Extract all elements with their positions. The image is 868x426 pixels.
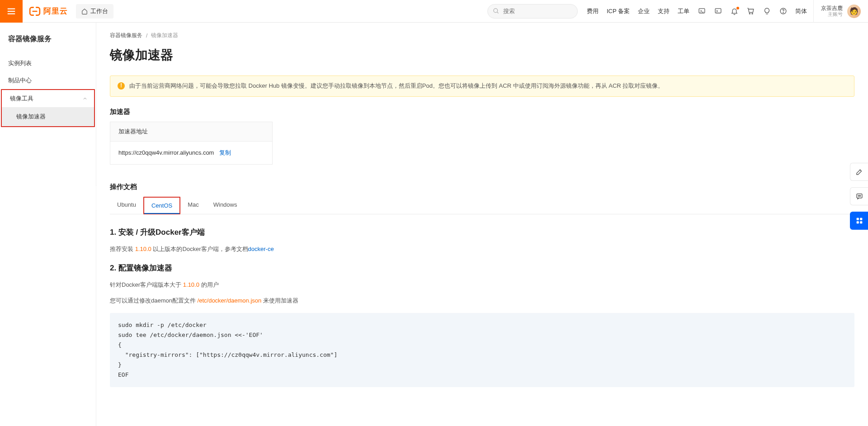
brand-text: 阿里云 xyxy=(43,6,68,16)
global-search xyxy=(487,4,578,19)
accelerator-address-box: 加速器地址 https://cz0qqw4v.mirror.aliyuncs.c… xyxy=(110,122,273,165)
section-docs: 操作文档 xyxy=(110,183,854,191)
page-title: 镜像加速器 xyxy=(110,47,854,64)
svg-point-4 xyxy=(494,8,498,12)
hamburger-icon xyxy=(6,6,16,16)
sidebar-item-products[interactable]: 制品中心 xyxy=(0,72,96,89)
apps-icon xyxy=(855,217,863,225)
menu-toggle-button[interactable] xyxy=(0,0,23,23)
accelerator-address-label: 加速器地址 xyxy=(110,122,272,142)
sidebar-group-tools[interactable]: 镜像工具 xyxy=(2,90,94,107)
pencil-icon xyxy=(855,168,863,176)
doc-para-config1: 针对Docker客户端版本大于 1.10.0 的用户 xyxy=(110,279,854,291)
tab-centos[interactable]: CentOS xyxy=(143,197,180,214)
search-input[interactable] xyxy=(487,4,578,19)
doc-heading-install: 1. 安装 / 升级Docker客户端 xyxy=(110,227,854,237)
topbar: 阿里云 工作台 费用 ICP 备案 企业 支持 工单 简体 xyxy=(0,0,868,23)
svg-point-9 xyxy=(751,13,752,14)
breadcrumb-sep: / xyxy=(146,33,147,39)
aliyun-bracket-icon xyxy=(29,5,41,17)
svg-rect-6 xyxy=(699,9,705,13)
account-name: 京茶吉鹿 xyxy=(821,5,843,11)
doc-para-install: 推荐安装 1.10.0 以上版本的Docker客户端，参考文档docker-ce xyxy=(110,244,854,255)
home-icon xyxy=(81,8,88,14)
os-tabs: Ubuntu CentOS Mac Windows xyxy=(110,197,854,214)
notifications-icon-button[interactable] xyxy=(730,7,738,15)
sidebar-title: 容器镜像服务 xyxy=(0,23,96,55)
svg-rect-17 xyxy=(860,218,862,220)
doc-version-1: 1.10.0 xyxy=(135,246,151,252)
doc-version-2: 1.10.0 xyxy=(183,281,199,288)
floating-tools xyxy=(850,163,868,230)
svg-point-11 xyxy=(783,12,783,13)
svg-point-14 xyxy=(859,196,860,197)
svg-rect-7 xyxy=(715,9,721,13)
link-icp[interactable]: ICP 备案 xyxy=(607,7,630,15)
section-accelerator: 加速器 xyxy=(110,108,854,116)
sidebar-item-instances[interactable]: 实例列表 xyxy=(0,55,96,72)
link-support[interactable]: 支持 xyxy=(658,7,670,15)
account-names: 京茶吉鹿 主账号 xyxy=(821,5,843,18)
link-fee[interactable]: 费用 xyxy=(587,7,599,15)
chat-tool-button[interactable] xyxy=(850,187,868,205)
lightbulb-icon xyxy=(763,7,771,15)
cloudshell-icon-button[interactable] xyxy=(698,7,706,15)
search-icon xyxy=(493,8,500,14)
top-links: 费用 ICP 备案 企业 支持 工单 简体 xyxy=(587,7,813,15)
workbench-label: 工作台 xyxy=(90,7,108,15)
doc-para-config2: 您可以通过修改daemon配置文件 /etc/docker/daemon.jso… xyxy=(110,295,854,307)
cart-icon-button[interactable] xyxy=(746,7,755,15)
breadcrumb-current: 镜像加速器 xyxy=(151,32,178,39)
svg-line-5 xyxy=(497,12,498,13)
svg-point-13 xyxy=(858,196,859,197)
link-docker-ce[interactable]: docker-ce xyxy=(248,246,274,252)
svg-rect-19 xyxy=(860,222,862,224)
svg-rect-18 xyxy=(857,222,859,224)
edit-tool-button[interactable] xyxy=(850,163,868,181)
tab-mac[interactable]: Mac xyxy=(180,197,206,214)
chevron-up-icon xyxy=(82,96,88,101)
terminal-icon xyxy=(714,7,722,15)
help-icon-button[interactable] xyxy=(779,7,787,15)
bell-icon xyxy=(731,7,738,15)
tab-ubuntu[interactable]: Ubuntu xyxy=(110,197,143,214)
main-content: 容器镜像服务 / 镜像加速器 镜像加速器 ! 由于当前运营商网络问题，可能会导致… xyxy=(96,23,868,426)
apps-tool-button[interactable] xyxy=(850,212,868,230)
chat-icon xyxy=(855,192,863,200)
help-icon xyxy=(779,7,787,15)
doc-heading-config: 2. 配置镜像加速器 xyxy=(110,263,854,273)
svg-point-8 xyxy=(749,13,750,14)
sidebar: 容器镜像服务 实例列表 制品中心 镜像工具 镜像加速器 xyxy=(0,23,96,426)
link-language[interactable]: 简体 xyxy=(795,7,807,15)
doc-daemon-path: /etc/docker/daemon.json xyxy=(198,297,262,304)
link-enterprise[interactable]: 企业 xyxy=(638,7,650,15)
svg-rect-16 xyxy=(857,218,859,220)
highlight-box-sidebar: 镜像工具 镜像加速器 xyxy=(1,89,95,127)
avatar: 🧑 xyxy=(847,5,861,18)
account-menu[interactable]: 京茶吉鹿 主账号 🧑 xyxy=(813,0,868,23)
cart-icon xyxy=(747,7,755,15)
warning-text: 由于当前运营商网络问题，可能会导致您拉取 Docker Hub 镜像变慢。建议您… xyxy=(129,81,664,91)
cloudshell-icon xyxy=(698,7,706,15)
account-role: 主账号 xyxy=(828,11,843,17)
breadcrumb: 容器镜像服务 / 镜像加速器 xyxy=(110,32,854,39)
tab-windows[interactable]: Windows xyxy=(206,197,245,214)
accelerator-address-value: https://cz0qqw4v.mirror.aliyuncs.com xyxy=(118,149,214,156)
warning-icon: ! xyxy=(118,82,125,90)
svg-point-15 xyxy=(860,196,861,197)
sidebar-item-mirror-accelerator[interactable]: 镜像加速器 xyxy=(2,107,94,126)
idea-icon-button[interactable] xyxy=(763,7,771,15)
workbench-button[interactable]: 工作台 xyxy=(76,4,113,19)
link-ticket[interactable]: 工单 xyxy=(678,7,689,15)
code-block[interactable]: sudo mkdir -p /etc/docker sudo tee /etc/… xyxy=(110,313,854,388)
warning-alert: ! 由于当前运营商网络问题，可能会导致您拉取 Docker Hub 镜像变慢。建… xyxy=(110,76,854,97)
terminal-icon-button[interactable] xyxy=(714,7,722,15)
copy-button[interactable]: 复制 xyxy=(219,149,231,157)
breadcrumb-root[interactable]: 容器镜像服务 xyxy=(110,32,142,39)
sidebar-group-tools-label: 镜像工具 xyxy=(10,95,33,103)
brand-logo[interactable]: 阿里云 xyxy=(23,5,74,17)
doc-body: 1. 安装 / 升级Docker客户端 推荐安装 1.10.0 以上版本的Doc… xyxy=(110,227,854,388)
